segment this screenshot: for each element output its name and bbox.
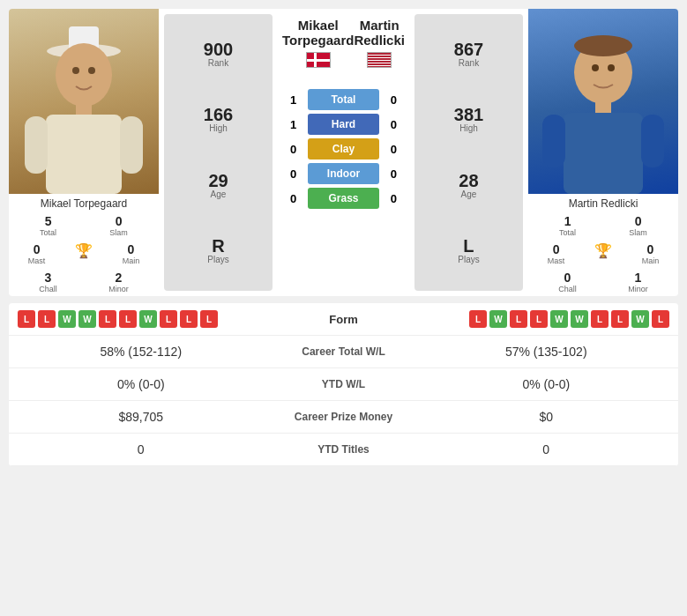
stats-right-val-2: $0 (423, 410, 670, 424)
left-grass-score: 0 (282, 192, 304, 205)
right-rank-label: Rank (459, 58, 479, 68)
right-main-stat: 0 Main (642, 242, 660, 265)
right-age-value: 28 (459, 172, 478, 189)
right-slam-stat: 0 Slam (629, 214, 647, 237)
left-slam-label: Slam (109, 228, 128, 237)
svg-point-15 (608, 64, 615, 71)
right-main-label: Main (642, 256, 660, 265)
left-form-badge: L (38, 310, 56, 328)
right-mast-label: Mast (548, 256, 565, 265)
stats-right-val-0: 57% (135-102) (423, 345, 670, 359)
right-plays-label: Plays (458, 255, 479, 264)
left-form-badge: L (99, 310, 116, 328)
left-chall-value: 3 (45, 271, 52, 285)
svg-rect-13 (641, 115, 664, 167)
right-high-value: 381 (454, 106, 483, 123)
left-stats-row1: 5 Total 0 Slam (9, 212, 159, 240)
indoor-row: 0 Indoor 0 (282, 163, 405, 184)
svg-rect-5 (25, 116, 48, 174)
left-trophy: 🏆 (75, 242, 93, 265)
right-slam-label: Slam (629, 228, 647, 237)
right-form-badge: L (652, 310, 669, 328)
right-mast-value: 0 (553, 242, 560, 256)
right-high-item: 381 High (454, 103, 483, 136)
right-rank-item: 867 Rank (454, 38, 483, 71)
total-button: Total (308, 89, 379, 110)
left-flag-icon (306, 52, 331, 68)
right-player-name-under: Martin Redlicki (569, 194, 638, 212)
right-player-bottom-stats: 1 Total 0 Slam 0 Mast 🏆 (528, 212, 678, 296)
stats-center-label-2: Career Prize Money (265, 411, 423, 423)
right-clay-score: 0 (383, 143, 405, 156)
right-total-score: 0 (383, 93, 405, 107)
left-form-badge: L (160, 310, 177, 328)
left-total-value: 5 (45, 214, 52, 228)
left-total-stat: 5 Total (40, 214, 56, 237)
svg-point-16 (574, 35, 632, 56)
form-label: Form (291, 313, 397, 326)
svg-point-7 (72, 67, 79, 74)
main-container: Mikael Torpegaard 5 Total 0 Slam 0 Mast (0, 0, 687, 482)
right-form-badge: W (489, 310, 507, 328)
clay-button: Clay (308, 138, 379, 160)
left-rank-item: 900 Rank (204, 38, 233, 71)
stats-left-val-2: $89,705 (18, 410, 265, 424)
right-main-value: 0 (647, 242, 654, 256)
right-player-svg (528, 9, 678, 194)
clay-row: 0 Clay 0 (282, 138, 405, 160)
left-mast-stat: 0 Mast (28, 242, 46, 265)
left-age-label: Age (211, 189, 227, 199)
left-form-badge: L (200, 310, 218, 328)
left-age-value: 29 (208, 172, 228, 189)
svg-point-14 (592, 64, 599, 71)
right-stats-row2: 0 Mast 🏆 0 Main (528, 240, 678, 268)
stats-row-0: 58% (152-112) Career Total W/L 57% (135-… (9, 336, 678, 368)
svg-point-2 (56, 43, 112, 107)
left-form-badge: L (180, 310, 198, 328)
right-plays-item: L Plays (458, 234, 479, 267)
stats-center-label-0: Career Total W/L (265, 345, 423, 358)
left-high-item: 166 High (204, 103, 233, 136)
right-chall-stat: 0 Chall (558, 271, 577, 293)
right-form-badge: W (631, 310, 649, 328)
right-form-badge: L (530, 310, 548, 328)
right-stats-row3: 0 Chall 1 Minor (528, 268, 678, 296)
stats-left-val-3: 0 (18, 442, 265, 456)
left-trophy-icon: 🏆 (75, 242, 93, 259)
left-plays-value: R (212, 237, 224, 255)
right-minor-stat: 1 Minor (628, 271, 648, 293)
center-column: Mikael Torpegaard Martin Redlicki (278, 9, 409, 296)
left-rank-value: 900 (204, 41, 233, 58)
stats-center-label-3: YTD Titles (265, 443, 423, 456)
stats-right-val-1: 0% (0-0) (423, 377, 670, 391)
right-grass-score: 0 (383, 192, 405, 205)
left-stats-row3: 3 Chall 2 Minor (9, 268, 159, 296)
right-chall-label: Chall (558, 285, 577, 293)
right-form-badges: LWLLWWLLWL (397, 310, 670, 328)
indoor-button: Indoor (308, 163, 379, 184)
right-player-photo (528, 9, 678, 194)
right-mast-stat: 0 Mast (548, 242, 565, 265)
right-indoor-score: 0 (383, 167, 405, 181)
left-high-label: High (209, 123, 228, 133)
stats-row-3: 0 YTD Titles 0 (9, 434, 678, 466)
hard-row: 1 Hard 0 (282, 114, 405, 135)
right-stat-box: 867 Rank 381 High 28 Age L Plays (414, 14, 523, 291)
comparison-rows: 1 Total 0 1 Hard 0 0 Clay 0 0 (282, 89, 405, 209)
right-minor-label: Minor (628, 285, 648, 293)
stats-right-val-3: 0 (423, 442, 670, 456)
left-age-item: 29 Age (208, 169, 228, 202)
right-form-badge: L (510, 310, 527, 328)
right-flag-icon (367, 52, 392, 68)
left-stats-row2: 0 Mast 🏆 0 Main (9, 240, 159, 268)
right-form-badge: W (571, 310, 588, 328)
right-rank-value: 867 (454, 41, 483, 58)
right-minor-value: 1 (635, 271, 642, 285)
stats-left-val-0: 58% (152-112) (18, 345, 265, 359)
left-player-name-under: Mikael Torpegaard (41, 194, 128, 212)
right-flag-container (354, 52, 405, 71)
left-player-column: Mikael Torpegaard 5 Total 0 Slam 0 Mast (9, 9, 159, 296)
left-minor-label: Minor (108, 285, 129, 293)
svg-point-8 (88, 67, 95, 74)
left-main-value: 0 (128, 242, 135, 256)
